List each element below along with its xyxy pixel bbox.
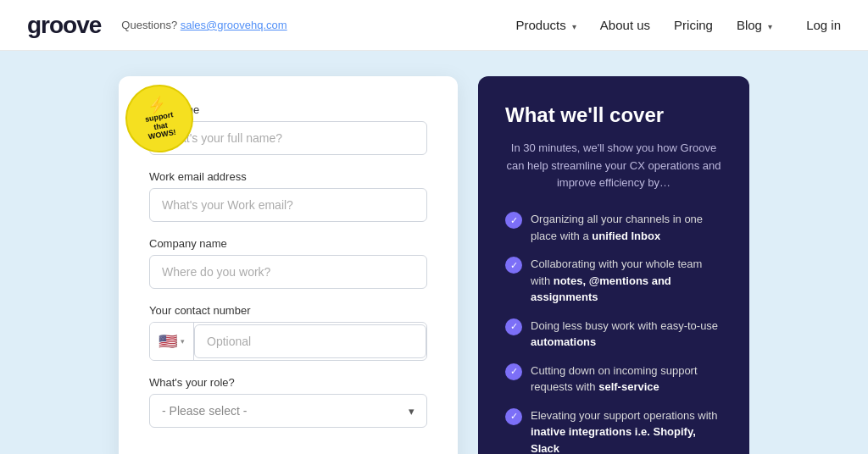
- blog-chevron-icon: ▾: [768, 22, 772, 31]
- role-chevron-icon: ▾: [409, 405, 415, 418]
- work-email-group: Work email address: [149, 170, 427, 222]
- list-item: ✓ Cutting down on incoming support reque…: [505, 363, 722, 396]
- nav-item-blog[interactable]: Blog ▾: [737, 18, 772, 33]
- login-link[interactable]: Log in: [806, 18, 841, 32]
- products-label: Products: [515, 18, 565, 32]
- item-text: Doing less busy work with easy-to-use au…: [531, 318, 722, 351]
- nav-link-products[interactable]: Products ▾: [515, 18, 576, 32]
- check-icon: ✓: [505, 212, 522, 229]
- list-item: ✓ Doing less busy work with easy-to-use …: [505, 318, 722, 351]
- nav-item-about[interactable]: About us: [600, 18, 650, 33]
- item-text-bold: unified Inbox: [592, 230, 660, 242]
- phone-input-wrap: 🇺🇸 ▾: [149, 322, 427, 361]
- about-label: About us: [600, 18, 650, 32]
- pricing-label: Pricing: [674, 18, 713, 32]
- phone-group: Your contact number 🇺🇸 ▾: [149, 304, 427, 361]
- item-text-before: Doing less busy work with easy-to-use: [531, 319, 718, 332]
- work-email-input[interactable]: [149, 188, 427, 222]
- item-text: Elevating your support operations with i…: [531, 407, 722, 454]
- nav-links: Products ▾ About us Pricing Blog ▾: [515, 18, 772, 33]
- nav-item-products[interactable]: Products ▾: [515, 18, 576, 33]
- nav-questions: Questions? sales@groovehq.com: [121, 19, 287, 31]
- work-email-label: Work email address: [149, 170, 427, 183]
- info-panel: What we'll cover In 30 minutes, we'll sh…: [478, 76, 749, 454]
- phone-label: Your contact number: [149, 304, 427, 317]
- nav-item-pricing[interactable]: Pricing: [674, 18, 713, 33]
- item-text-bold: self-service: [598, 380, 659, 393]
- item-text-bold: automations: [531, 335, 596, 348]
- company-group: Company name: [149, 237, 427, 289]
- flag-chevron-icon: ▾: [181, 337, 185, 346]
- logo-text: groove: [27, 12, 101, 39]
- nav-link-blog[interactable]: Blog ▾: [737, 18, 772, 32]
- cover-list: ✓ Organizing all your channels in one pl…: [505, 211, 722, 454]
- list-item: ✓ Collaborating with your whole team wit…: [505, 256, 722, 306]
- sticker-line3: WOWS!: [147, 128, 176, 141]
- item-text-before: Elevating your support operations with: [531, 409, 717, 422]
- page-content: ⚡ support that WOWS! Full Name Work emai…: [0, 51, 868, 454]
- phone-flag-select[interactable]: 🇺🇸 ▾: [150, 323, 194, 360]
- role-select[interactable]: - Please select - ▾: [149, 394, 427, 428]
- navbar: groove Questions? sales@groovehq.com Pro…: [0, 0, 868, 51]
- role-label: What's your role?: [149, 376, 427, 389]
- item-text: Collaborating with your whole team with …: [531, 256, 722, 306]
- list-item: ✓ Organizing all your channels in one pl…: [505, 211, 722, 244]
- company-label: Company name: [149, 237, 427, 250]
- check-icon: ✓: [505, 318, 522, 335]
- list-item: ✓ Elevating your support operations with…: [505, 407, 722, 454]
- phone-input[interactable]: [194, 324, 426, 358]
- us-flag-icon: 🇺🇸: [159, 332, 177, 351]
- item-text: Organizing all your channels in one plac…: [531, 211, 722, 244]
- panel-title: What we'll cover: [505, 103, 722, 128]
- nav-link-pricing[interactable]: Pricing: [674, 18, 713, 32]
- blog-label: Blog: [737, 18, 762, 32]
- item-text-bold: inative integrations i.e. Shopify, Slack: [531, 425, 696, 454]
- role-placeholder: - Please select -: [162, 404, 247, 418]
- check-icon: ✓: [505, 257, 522, 274]
- logo[interactable]: groove: [27, 12, 101, 39]
- item-text: Cutting down on incoming support request…: [531, 363, 722, 396]
- questions-label: Questions?: [121, 19, 177, 31]
- role-group: What's your role? - Please select - ▾: [149, 376, 427, 428]
- panel-subtitle: In 30 minutes, we'll show you how Groove…: [505, 140, 722, 192]
- check-icon: ✓: [505, 363, 522, 380]
- questions-email-link[interactable]: sales@groovehq.com: [181, 19, 287, 31]
- products-chevron-icon: ▾: [572, 22, 576, 31]
- company-input[interactable]: [149, 255, 427, 289]
- nav-link-about[interactable]: About us: [600, 18, 650, 32]
- check-icon: ✓: [505, 408, 522, 425]
